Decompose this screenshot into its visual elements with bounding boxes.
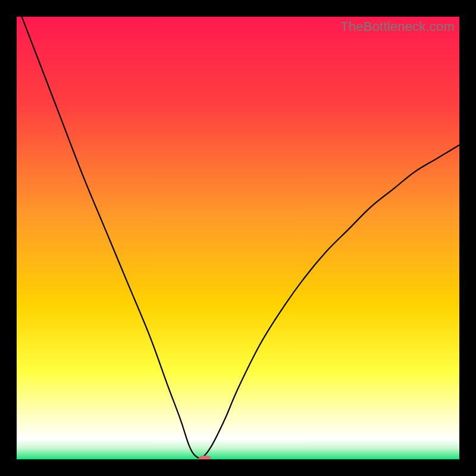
watermark-label: TheBottleneck.com xyxy=(340,19,455,35)
plot-frame: TheBottleneck.com xyxy=(17,17,459,459)
chart-background xyxy=(17,17,459,459)
bottleneck-chart xyxy=(17,17,459,459)
